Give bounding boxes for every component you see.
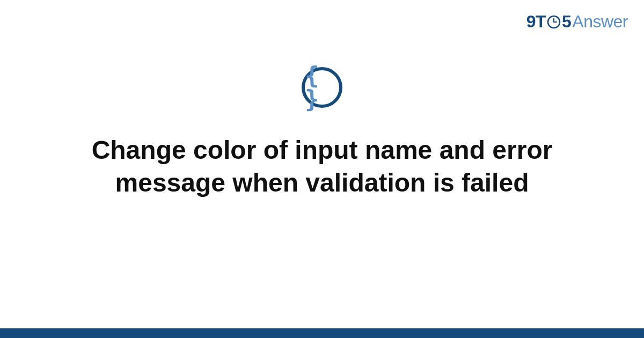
logo-five: 5	[562, 12, 571, 32]
question-title: Change color of input name and error mes…	[80, 134, 564, 200]
code-braces-icon: { }	[302, 67, 342, 108]
main-content: { } Change color of input name and error…	[0, 67, 644, 200]
braces-glyph: { }	[305, 64, 339, 111]
footer-bar	[0, 328, 644, 338]
logo-t: T	[536, 12, 546, 32]
logo-answer: Answer	[572, 12, 628, 32]
logo-nine: 9	[526, 12, 536, 32]
site-logo[interactable]: 9 T 5 Answer	[526, 12, 628, 32]
clock-icon	[546, 14, 561, 30]
